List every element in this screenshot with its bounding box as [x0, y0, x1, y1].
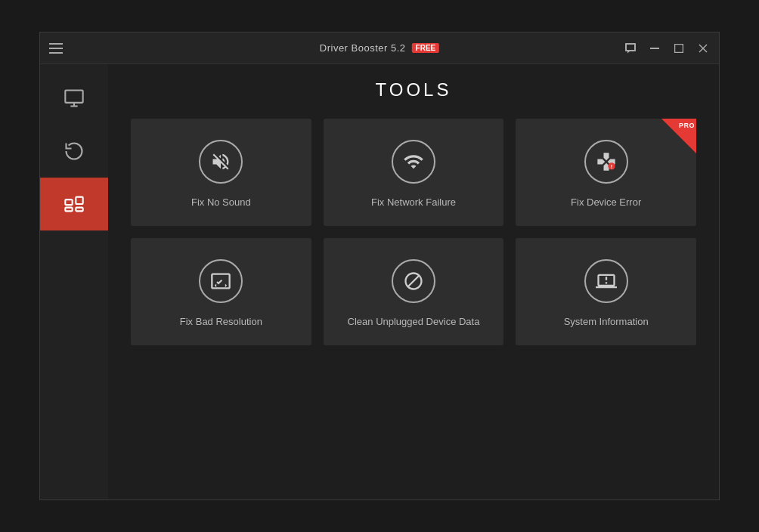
content-area: TOOLS Fix No Sound	[108, 64, 719, 500]
page-title: TOOLS	[131, 79, 696, 101]
free-badge: FREE	[412, 43, 440, 53]
close-button[interactable]	[696, 42, 710, 55]
fix-bad-resolution-icon-circle	[199, 259, 243, 303]
fix-no-sound-label: Fix No Sound	[191, 196, 251, 209]
titlebar-right	[624, 42, 710, 55]
chat-button[interactable]	[624, 42, 637, 55]
tools-grid: Fix No Sound Fix Network Failure PRO	[131, 119, 696, 345]
app-window: Driver Booster 5.2 FREE	[39, 32, 720, 500]
svg-text:!: !	[610, 164, 612, 169]
clean-unplugged-device-data-label: Clean Unplugged Device Data	[348, 315, 480, 329]
fix-device-error-icon-circle: !	[584, 140, 628, 184]
fix-device-error-label: Fix Device Error	[571, 196, 641, 209]
svg-rect-10	[76, 208, 82, 212]
fix-bad-resolution-label: Fix Bad Resolution	[180, 315, 262, 329]
tool-fix-no-sound[interactable]: Fix No Sound	[131, 119, 311, 226]
system-information-label: System Information	[564, 315, 649, 329]
sidebar-item-display[interactable]	[40, 72, 108, 125]
pro-badge-text: PRO	[679, 122, 695, 129]
menu-button[interactable]	[49, 43, 63, 54]
svg-rect-8	[65, 208, 72, 212]
svg-rect-9	[76, 197, 82, 204]
titlebar-center: Driver Booster 5.2 FREE	[320, 42, 439, 54]
minimize-button[interactable]	[648, 42, 661, 55]
fix-no-sound-icon-circle	[199, 140, 243, 184]
app-title: Driver Booster 5.2	[320, 42, 406, 54]
tool-fix-device-error[interactable]: PRO ! Fix Device Error	[516, 119, 696, 226]
maximize-button[interactable]	[672, 42, 686, 55]
tool-fix-bad-resolution[interactable]: Fix Bad Resolution	[131, 238, 311, 345]
svg-rect-1	[675, 44, 683, 52]
fix-network-failure-label: Fix Network Failure	[371, 196, 456, 209]
titlebar-left	[49, 43, 63, 54]
sidebar-item-tools[interactable]	[40, 178, 108, 230]
tool-system-information[interactable]: System Information	[516, 238, 696, 345]
svg-rect-7	[65, 200, 72, 205]
titlebar: Driver Booster 5.2 FREE	[40, 32, 719, 64]
sidebar	[40, 64, 108, 500]
tool-clean-unplugged-device-data[interactable]: Clean Unplugged Device Data	[324, 238, 504, 345]
fix-network-failure-icon-circle	[392, 140, 435, 184]
svg-rect-4	[65, 91, 82, 103]
sidebar-item-restore[interactable]	[40, 125, 108, 178]
system-information-icon-circle	[584, 259, 628, 303]
svg-rect-0	[650, 48, 659, 49]
clean-unplugged-device-data-icon-circle	[392, 259, 435, 303]
main-content: TOOLS Fix No Sound	[40, 64, 719, 500]
tool-fix-network-failure[interactable]: Fix Network Failure	[324, 119, 504, 226]
